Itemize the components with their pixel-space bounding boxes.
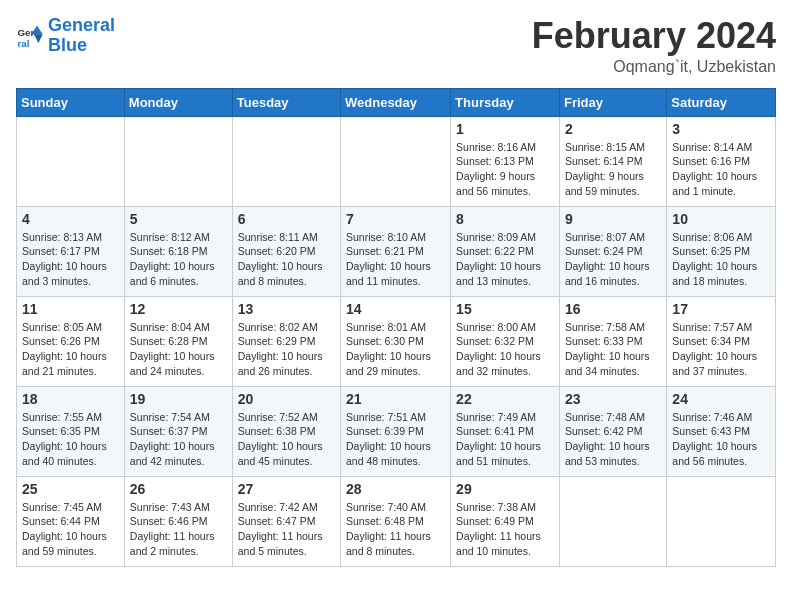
day-header-tuesday: Tuesday — [232, 88, 340, 116]
calendar-cell: 20Sunrise: 7:52 AMSunset: 6:38 PMDayligh… — [232, 386, 340, 476]
day-info: Sunrise: 7:57 AMSunset: 6:34 PMDaylight:… — [672, 320, 770, 379]
day-info: Sunrise: 7:48 AMSunset: 6:42 PMDaylight:… — [565, 410, 661, 469]
calendar-cell: 7Sunrise: 8:10 AMSunset: 6:21 PMDaylight… — [341, 206, 451, 296]
day-info: Sunrise: 8:00 AMSunset: 6:32 PMDaylight:… — [456, 320, 554, 379]
day-info: Sunrise: 7:40 AMSunset: 6:48 PMDaylight:… — [346, 500, 445, 559]
calendar-cell: 8Sunrise: 8:09 AMSunset: 6:22 PMDaylight… — [451, 206, 560, 296]
calendar-week-5: 25Sunrise: 7:45 AMSunset: 6:44 PMDayligh… — [17, 476, 776, 566]
day-header-sunday: Sunday — [17, 88, 125, 116]
day-number: 18 — [22, 391, 119, 407]
day-info: Sunrise: 7:58 AMSunset: 6:33 PMDaylight:… — [565, 320, 661, 379]
day-info: Sunrise: 7:45 AMSunset: 6:44 PMDaylight:… — [22, 500, 119, 559]
day-info: Sunrise: 8:11 AMSunset: 6:20 PMDaylight:… — [238, 230, 335, 289]
calendar-table: SundayMondayTuesdayWednesdayThursdayFrid… — [16, 88, 776, 567]
calendar-header-row: SundayMondayTuesdayWednesdayThursdayFrid… — [17, 88, 776, 116]
calendar-cell — [341, 116, 451, 206]
title-block: February 2024 Oqmang`it, Uzbekistan — [532, 16, 776, 76]
day-number: 22 — [456, 391, 554, 407]
calendar-cell: 25Sunrise: 7:45 AMSunset: 6:44 PMDayligh… — [17, 476, 125, 566]
day-number: 4 — [22, 211, 119, 227]
day-info: Sunrise: 8:10 AMSunset: 6:21 PMDaylight:… — [346, 230, 445, 289]
calendar-cell: 3Sunrise: 8:14 AMSunset: 6:16 PMDaylight… — [667, 116, 776, 206]
calendar-cell: 28Sunrise: 7:40 AMSunset: 6:48 PMDayligh… — [341, 476, 451, 566]
day-number: 21 — [346, 391, 445, 407]
logo: Gene ral GeneralBlue — [16, 16, 115, 56]
day-number: 1 — [456, 121, 554, 137]
day-number: 15 — [456, 301, 554, 317]
calendar-body: 1Sunrise: 8:16 AMSunset: 6:13 PMDaylight… — [17, 116, 776, 566]
day-info: Sunrise: 8:14 AMSunset: 6:16 PMDaylight:… — [672, 140, 770, 199]
day-info: Sunrise: 7:52 AMSunset: 6:38 PMDaylight:… — [238, 410, 335, 469]
calendar-cell: 22Sunrise: 7:49 AMSunset: 6:41 PMDayligh… — [451, 386, 560, 476]
calendar-cell: 4Sunrise: 8:13 AMSunset: 6:17 PMDaylight… — [17, 206, 125, 296]
day-number: 23 — [565, 391, 661, 407]
day-header-thursday: Thursday — [451, 88, 560, 116]
day-info: Sunrise: 7:55 AMSunset: 6:35 PMDaylight:… — [22, 410, 119, 469]
day-number: 5 — [130, 211, 227, 227]
day-number: 10 — [672, 211, 770, 227]
calendar-cell: 5Sunrise: 8:12 AMSunset: 6:18 PMDaylight… — [124, 206, 232, 296]
calendar-cell — [124, 116, 232, 206]
calendar-cell: 2Sunrise: 8:15 AMSunset: 6:14 PMDaylight… — [559, 116, 666, 206]
calendar-week-3: 11Sunrise: 8:05 AMSunset: 6:26 PMDayligh… — [17, 296, 776, 386]
calendar-week-1: 1Sunrise: 8:16 AMSunset: 6:13 PMDaylight… — [17, 116, 776, 206]
day-info: Sunrise: 8:01 AMSunset: 6:30 PMDaylight:… — [346, 320, 445, 379]
calendar-cell: 11Sunrise: 8:05 AMSunset: 6:26 PMDayligh… — [17, 296, 125, 386]
day-number: 11 — [22, 301, 119, 317]
calendar-cell: 12Sunrise: 8:04 AMSunset: 6:28 PMDayligh… — [124, 296, 232, 386]
day-info: Sunrise: 8:16 AMSunset: 6:13 PMDaylight:… — [456, 140, 554, 199]
day-number: 9 — [565, 211, 661, 227]
day-number: 3 — [672, 121, 770, 137]
day-header-friday: Friday — [559, 88, 666, 116]
calendar-cell: 26Sunrise: 7:43 AMSunset: 6:46 PMDayligh… — [124, 476, 232, 566]
day-header-monday: Monday — [124, 88, 232, 116]
svg-marker-3 — [34, 34, 42, 42]
day-info: Sunrise: 8:15 AMSunset: 6:14 PMDaylight:… — [565, 140, 661, 199]
day-header-wednesday: Wednesday — [341, 88, 451, 116]
day-number: 20 — [238, 391, 335, 407]
day-number: 25 — [22, 481, 119, 497]
calendar-cell — [667, 476, 776, 566]
calendar-cell: 16Sunrise: 7:58 AMSunset: 6:33 PMDayligh… — [559, 296, 666, 386]
day-number: 13 — [238, 301, 335, 317]
calendar-cell: 6Sunrise: 8:11 AMSunset: 6:20 PMDaylight… — [232, 206, 340, 296]
logo-name: GeneralBlue — [48, 16, 115, 56]
day-number: 28 — [346, 481, 445, 497]
day-info: Sunrise: 8:06 AMSunset: 6:25 PMDaylight:… — [672, 230, 770, 289]
calendar-cell: 9Sunrise: 8:07 AMSunset: 6:24 PMDaylight… — [559, 206, 666, 296]
calendar-cell — [232, 116, 340, 206]
calendar-cell: 15Sunrise: 8:00 AMSunset: 6:32 PMDayligh… — [451, 296, 560, 386]
day-info: Sunrise: 8:02 AMSunset: 6:29 PMDaylight:… — [238, 320, 335, 379]
calendar-cell: 13Sunrise: 8:02 AMSunset: 6:29 PMDayligh… — [232, 296, 340, 386]
page-header: Gene ral GeneralBlue February 2024 Oqman… — [16, 16, 776, 76]
calendar-cell: 1Sunrise: 8:16 AMSunset: 6:13 PMDaylight… — [451, 116, 560, 206]
day-number: 19 — [130, 391, 227, 407]
calendar-cell: 29Sunrise: 7:38 AMSunset: 6:49 PMDayligh… — [451, 476, 560, 566]
calendar-cell: 19Sunrise: 7:54 AMSunset: 6:37 PMDayligh… — [124, 386, 232, 476]
calendar-cell: 10Sunrise: 8:06 AMSunset: 6:25 PMDayligh… — [667, 206, 776, 296]
calendar-cell — [17, 116, 125, 206]
calendar-cell: 23Sunrise: 7:48 AMSunset: 6:42 PMDayligh… — [559, 386, 666, 476]
day-number: 26 — [130, 481, 227, 497]
day-info: Sunrise: 7:38 AMSunset: 6:49 PMDaylight:… — [456, 500, 554, 559]
day-info: Sunrise: 7:42 AMSunset: 6:47 PMDaylight:… — [238, 500, 335, 559]
calendar-cell: 17Sunrise: 7:57 AMSunset: 6:34 PMDayligh… — [667, 296, 776, 386]
day-number: 14 — [346, 301, 445, 317]
day-number: 17 — [672, 301, 770, 317]
day-number: 2 — [565, 121, 661, 137]
calendar-week-4: 18Sunrise: 7:55 AMSunset: 6:35 PMDayligh… — [17, 386, 776, 476]
calendar-cell — [559, 476, 666, 566]
day-info: Sunrise: 8:13 AMSunset: 6:17 PMDaylight:… — [22, 230, 119, 289]
day-info: Sunrise: 7:43 AMSunset: 6:46 PMDaylight:… — [130, 500, 227, 559]
day-info: Sunrise: 8:05 AMSunset: 6:26 PMDaylight:… — [22, 320, 119, 379]
day-number: 12 — [130, 301, 227, 317]
day-info: Sunrise: 7:51 AMSunset: 6:39 PMDaylight:… — [346, 410, 445, 469]
day-number: 27 — [238, 481, 335, 497]
day-info: Sunrise: 8:09 AMSunset: 6:22 PMDaylight:… — [456, 230, 554, 289]
day-info: Sunrise: 8:12 AMSunset: 6:18 PMDaylight:… — [130, 230, 227, 289]
day-info: Sunrise: 8:04 AMSunset: 6:28 PMDaylight:… — [130, 320, 227, 379]
month-title: February 2024 — [532, 16, 776, 56]
calendar-cell: 14Sunrise: 8:01 AMSunset: 6:30 PMDayligh… — [341, 296, 451, 386]
day-header-saturday: Saturday — [667, 88, 776, 116]
day-info: Sunrise: 7:54 AMSunset: 6:37 PMDaylight:… — [130, 410, 227, 469]
